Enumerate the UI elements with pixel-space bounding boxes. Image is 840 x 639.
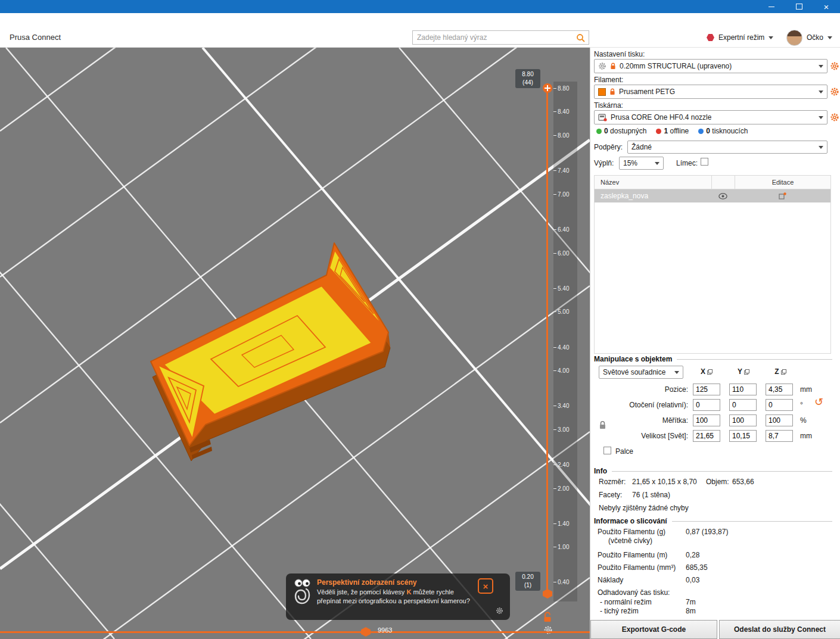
normal-mode-value: 7m <box>686 598 696 606</box>
gear-icon <box>496 607 503 615</box>
printer-edit-button[interactable] <box>830 113 839 122</box>
notification-text: Perspektivní zobrazení scény Věděli jste… <box>317 578 473 605</box>
scale-unit: % <box>800 416 807 425</box>
send-to-connect-button[interactable]: Odeslat do služby Connect <box>719 620 840 639</box>
move-slider-track[interactable] <box>0 631 590 633</box>
search-field[interactable] <box>413 31 589 44</box>
layer-tick: 3.40 <box>553 402 577 409</box>
axis-header-z[interactable]: Z <box>766 367 795 376</box>
supports-combo[interactable]: Žádné <box>627 141 827 154</box>
position-label: Pozice: <box>590 385 688 394</box>
printer-label: Tiskárna: <box>594 101 623 110</box>
layer-tick: 2.40 <box>553 461 577 468</box>
cost-label: Náklady <box>598 576 623 584</box>
layer-slider-track[interactable] <box>546 88 548 594</box>
export-gcode-button[interactable]: Exportovat G-code <box>590 620 717 639</box>
position-y-input[interactable] <box>729 384 757 395</box>
inches-checkbox[interactable] <box>603 447 611 454</box>
filament-g-sublabel: (včetně cívky) <box>608 537 652 545</box>
filament-value: Prusament PETG <box>619 88 675 96</box>
column-visibility <box>711 176 735 189</box>
print-settings-value: 0.20mm STRUCTURAL (upraveno) <box>620 62 732 70</box>
filament-edit-button[interactable] <box>830 87 839 96</box>
size-x-input[interactable] <box>693 430 720 442</box>
size-y-input[interactable] <box>729 430 757 442</box>
layer-tick: 1.40 <box>553 520 577 527</box>
layer-tick: 7.40 <box>553 167 577 174</box>
visibility-toggle[interactable] <box>711 193 734 200</box>
notification-settings-button[interactable] <box>496 607 503 616</box>
gear-icon <box>598 62 606 70</box>
rotation-x-input[interactable] <box>693 399 720 411</box>
notification-close-button[interactable]: × <box>478 578 493 594</box>
expert-mode-icon <box>707 34 714 42</box>
minimize-icon <box>769 7 774 7</box>
scale-label: Měřítka: <box>590 416 688 425</box>
layer-tick: 6.00 <box>553 250 577 257</box>
axis-header-y[interactable]: Y <box>729 367 758 376</box>
gear-icon <box>830 87 839 96</box>
size-info-value: 21,65 x 10,15 x 8,70 <box>632 478 697 486</box>
rotation-y-input[interactable] <box>729 399 757 411</box>
print-settings-edit-button[interactable] <box>830 61 839 71</box>
3d-viewport[interactable] <box>0 48 590 639</box>
brim-checkbox[interactable] <box>701 158 708 166</box>
stealth-mode-value: 8m <box>686 607 696 615</box>
column-name: Název <box>595 179 711 186</box>
user-menu[interactable]: Očko <box>786 29 832 46</box>
infill-combo[interactable]: 15% <box>619 157 664 170</box>
filament-color-swatch <box>598 88 606 96</box>
rotation-z-input[interactable] <box>766 399 793 411</box>
gear-icon <box>543 625 553 635</box>
filament-mm3-label: Použito Filamentu (mm³) <box>598 563 676 572</box>
coordinate-system-combo[interactable]: Světové souřadnice <box>599 366 683 379</box>
scale-z-input[interactable] <box>766 414 793 426</box>
search-input[interactable] <box>412 30 589 45</box>
scene <box>0 48 590 639</box>
layer-top-tooltip: 8.80 (44) <box>515 69 540 88</box>
axis-header-x[interactable]: X <box>692 367 721 376</box>
search-icon <box>576 33 586 45</box>
position-z-input[interactable] <box>766 384 793 395</box>
status-available: 0 dostupných <box>596 127 646 135</box>
position-x-input[interactable] <box>693 384 720 395</box>
object-row[interactable]: zaslepka_nova <box>595 189 830 202</box>
notification-title: Perspektivní zobrazení scény <box>317 578 473 587</box>
layer-lock-button[interactable] <box>542 611 553 625</box>
size-info-label: Rozměr: <box>599 478 626 486</box>
layer-slider-upper-handle[interactable] <box>543 83 552 93</box>
filament-mm3-value: 685,35 <box>686 563 708 572</box>
copy-icon <box>744 369 749 375</box>
brim-label: Límec: <box>676 159 698 167</box>
notification-body: Věděli jste, že pomocí klávesy K můžete … <box>317 588 473 605</box>
model-object <box>151 243 390 461</box>
printer-combo[interactable]: Prusa CORE One HF0.4 nozzle <box>594 110 827 124</box>
status-dot-blue <box>698 129 704 134</box>
print-settings-label: Nastavení tisku: <box>594 50 645 58</box>
layer-tick: 2.00 <box>553 485 577 492</box>
close-icon: × <box>824 2 829 11</box>
copy-icon <box>781 369 786 375</box>
cost-value: 0,03 <box>686 576 699 584</box>
print-settings-combo[interactable]: 0.20mm STRUCTURAL (upraveno) <box>594 59 827 73</box>
filament-g-value: 0,87 (193,87) <box>686 528 728 536</box>
printer-value: Prusa CORE One HF0.4 nozzle <box>611 113 711 121</box>
minimize-button[interactable] <box>758 0 785 13</box>
chevron-down-icon <box>827 36 832 39</box>
size-z-input[interactable] <box>766 430 793 442</box>
unlock-icon <box>542 611 553 623</box>
scale-y-input[interactable] <box>729 414 757 426</box>
user-label: Očko <box>807 33 823 42</box>
maximize-button[interactable] <box>785 0 813 13</box>
edit-object-button[interactable] <box>734 192 830 200</box>
layer-tick: 8.00 <box>553 132 577 139</box>
prusa-connect-link[interactable]: Prusa Connect <box>10 33 61 42</box>
chevron-down-icon <box>819 91 823 93</box>
reset-rotation-button[interactable]: ↺ <box>814 397 823 407</box>
filament-combo[interactable]: Prusament PETG <box>594 85 827 99</box>
coordinate-system-value: Světové souřadnice <box>603 368 665 376</box>
mode-selector[interactable]: Expertní režim <box>707 32 773 43</box>
layer-tick: 5.40 <box>553 285 577 292</box>
scale-x-input[interactable] <box>693 414 720 426</box>
close-button[interactable]: × <box>813 0 840 13</box>
